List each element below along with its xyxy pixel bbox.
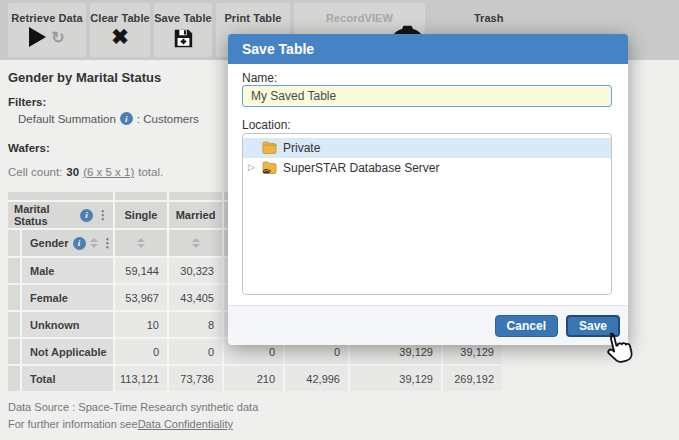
dialog-title: Save Table <box>228 34 628 64</box>
shared-folder-icon <box>262 161 277 175</box>
table-cell: 73,736 <box>169 366 222 391</box>
save-table-dialog: Save Table Name: Location: Private ▷ Sup… <box>228 34 628 345</box>
info-icon[interactable]: i <box>80 209 93 222</box>
table-cell: 53,967 <box>115 285 167 310</box>
cancel-button[interactable]: Cancel <box>495 315 558 337</box>
sort-icon[interactable] <box>192 238 200 248</box>
filter-value: : Customers <box>137 113 199 125</box>
retrieve-data-button[interactable]: Retrieve Data ↻ <box>8 3 86 57</box>
table-cell: 8 <box>169 312 222 337</box>
print-table-label: Print Table <box>224 12 281 24</box>
recordview-label: RecordVIEW <box>326 12 393 24</box>
row-label: Total <box>22 366 113 391</box>
cell-count-value: 30 <box>66 166 79 178</box>
play-icon <box>29 27 46 47</box>
cell-count-suffix: total. <box>138 166 163 178</box>
sort-icon[interactable] <box>137 238 145 248</box>
table-cell: 30,323 <box>169 258 222 283</box>
column-header-married[interactable]: Married <box>169 202 222 228</box>
tree-item-label: SuperSTAR Database Server <box>283 161 440 175</box>
column-dimension-header: Marital Status i ⋮ <box>8 202 113 228</box>
table-cell: 59,144 <box>115 258 167 283</box>
clear-table-button[interactable]: Clear Table ✖ <box>90 3 150 57</box>
page-title: Gender by Marital Status <box>8 70 161 85</box>
location-label: Location: <box>242 118 291 132</box>
name-input[interactable] <box>242 85 612 107</box>
save-table-label: Save Table <box>154 12 212 24</box>
filter-row: Default Summation i : Customers <box>18 112 199 125</box>
cell-count-prefix: Cell count: <box>8 166 62 178</box>
save-table-button[interactable]: Save Table <box>154 3 212 57</box>
table-cell: 0 <box>169 339 222 364</box>
wafers-heading: Wafers: <box>8 142 50 154</box>
cell-count-link[interactable]: (6 x 5 x 1) <box>83 166 134 178</box>
row-label: Not Applicable <box>22 339 113 364</box>
data-confidentiality-link[interactable]: Data Confidentiality <box>138 418 233 430</box>
cell-count-row: Cell count: 30 (6 x 5 x 1) total. <box>8 166 163 178</box>
name-label: Name: <box>242 71 277 85</box>
tree-item-superstar-server[interactable]: ▷ SuperSTAR Database Server <box>243 158 611 178</box>
dialog-footer: Cancel Save <box>228 305 628 345</box>
wafer-strip <box>8 192 113 200</box>
refresh-icon: ↻ <box>51 28 64 47</box>
table-cell: 10 <box>115 312 167 337</box>
confidentiality-note: For further information seeData Confiden… <box>8 418 233 430</box>
tree-item-label: Private <box>283 141 320 155</box>
hand-cursor-icon <box>596 327 637 368</box>
sort-icon[interactable] <box>90 238 98 248</box>
row-label: Female <box>22 285 113 310</box>
trash-button[interactable]: Trash <box>474 12 503 24</box>
data-source-note: Data Source : Space-Time Research synthe… <box>8 401 258 413</box>
tree-item-private[interactable]: Private <box>243 138 611 158</box>
column-header-single[interactable]: Single <box>115 202 167 228</box>
row-label: Male <box>22 258 113 283</box>
filter-name: Default Summation <box>18 113 116 125</box>
row-label: Unknown <box>22 312 113 337</box>
table-cell: 43,405 <box>169 285 222 310</box>
folder-icon <box>262 141 277 154</box>
info-icon[interactable]: i <box>73 237 86 250</box>
location-tree: Private ▷ SuperSTAR Database Server <box>242 133 612 295</box>
clear-x-icon: ✖ <box>111 27 129 47</box>
menu-dots-icon[interactable]: ⋮ <box>97 208 113 222</box>
info-icon[interactable]: i <box>120 112 133 125</box>
save-floppy-icon <box>172 27 194 49</box>
table-cell: 113,121 <box>115 366 167 391</box>
table-cell: 0 <box>115 339 167 364</box>
filters-heading: Filters: <box>8 96 46 108</box>
retrieve-data-label: Retrieve Data <box>11 12 83 24</box>
clear-table-label: Clear Table <box>90 12 150 24</box>
expand-caret-icon[interactable]: ▷ <box>248 162 255 172</box>
row-dimension-header: Gender i ⋮ <box>22 230 113 256</box>
